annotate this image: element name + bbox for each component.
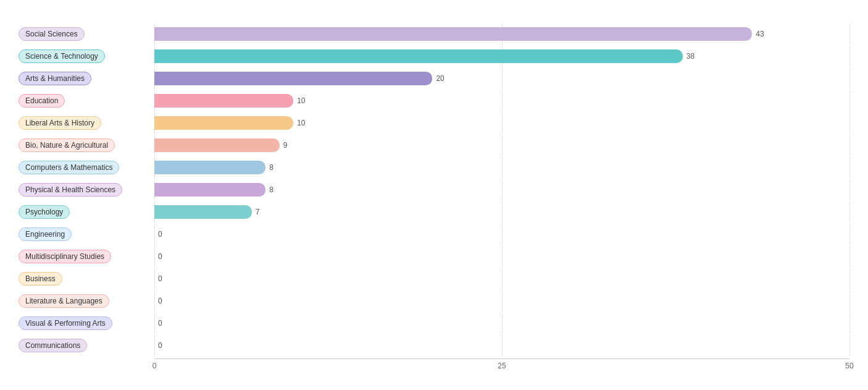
- grid-line: [849, 112, 850, 134]
- bar-area: 0: [154, 335, 849, 356]
- grid-line: [849, 68, 850, 89]
- bar-row: Visual & Performing Arts0: [19, 313, 849, 334]
- bar-area: 10: [154, 112, 849, 134]
- x-axis: 02550: [154, 358, 849, 371]
- bar-label: Liberal Arts & History: [19, 116, 154, 130]
- bar-area: 0: [154, 290, 849, 312]
- label-pill: Science & Technology: [19, 49, 105, 63]
- bar-value-label: 10: [297, 119, 305, 127]
- bar-fill: [154, 161, 265, 174]
- bar-value-label: 9: [283, 141, 288, 150]
- grid-line: [849, 90, 850, 111]
- bar-row: Psychology7: [19, 201, 849, 223]
- bar-label: Physical & Health Sciences: [19, 183, 154, 197]
- bar-area: 7: [154, 201, 849, 223]
- bar-label: Visual & Performing Arts: [19, 316, 154, 330]
- bar-wrapper: 8: [154, 161, 849, 174]
- bar-value-label: 8: [269, 185, 273, 194]
- x-tick-label: 25: [498, 362, 506, 370]
- label-pill: Social Sciences: [19, 27, 85, 41]
- bar-label: Bio, Nature & Agricultural: [19, 138, 154, 152]
- bar-row: Social Sciences43: [19, 23, 849, 45]
- bar-wrapper: 9: [154, 138, 849, 152]
- grid-line: [849, 157, 850, 178]
- bar-wrapper: 0: [154, 339, 849, 352]
- bar-value-label: 0: [158, 252, 162, 261]
- bar-wrapper: 7: [154, 205, 849, 219]
- bars-container: Social Sciences43Science & Technology38A…: [19, 23, 849, 356]
- bar-wrapper: 20: [154, 72, 849, 85]
- bar-row: Computers & Mathematics8: [19, 157, 849, 178]
- grid-line: [849, 246, 850, 267]
- bar-wrapper: 43: [154, 27, 849, 41]
- bar-area: 43: [154, 23, 849, 45]
- bar-fill: [154, 72, 432, 85]
- grid-line: [849, 179, 850, 200]
- chart-wrapper: Social Sciences43Science & Technology38A…: [19, 23, 849, 371]
- bar-area: 9: [154, 135, 849, 156]
- bar-label: Engineering: [19, 227, 154, 241]
- x-tick-label: 50: [845, 362, 853, 370]
- x-tick-label: 0: [152, 362, 157, 370]
- grid-line: [849, 23, 850, 45]
- bar-row: Physical & Health Sciences8: [19, 179, 849, 200]
- bar-label: Education: [19, 94, 154, 108]
- bar-value-label: 38: [686, 52, 695, 61]
- bar-fill: [154, 27, 752, 41]
- bar-wrapper: 0: [154, 272, 849, 286]
- bar-area: 0: [154, 246, 849, 267]
- bar-value-label: 0: [158, 297, 162, 305]
- bar-value-label: 0: [158, 341, 162, 350]
- bar-area: 10: [154, 90, 849, 111]
- bar-area: 0: [154, 224, 849, 245]
- bar-row: Engineering0: [19, 224, 849, 245]
- grid-line: [849, 46, 850, 67]
- label-pill: Psychology: [19, 205, 70, 219]
- bar-row: Literature & Languages0: [19, 290, 849, 312]
- bar-label: Business: [19, 272, 154, 286]
- bar-fill: [154, 94, 293, 108]
- bar-fill: [154, 205, 252, 219]
- grid-line: [849, 268, 850, 289]
- label-pill: Liberal Arts & History: [19, 116, 101, 130]
- bar-value-label: 7: [256, 208, 260, 216]
- grid-line: [849, 224, 850, 245]
- bar-label: Arts & Humanities: [19, 72, 154, 85]
- bar-fill: [154, 116, 293, 130]
- bar-area: 0: [154, 268, 849, 289]
- bar-wrapper: 0: [154, 250, 849, 263]
- label-pill: Engineering: [19, 227, 72, 241]
- label-pill: Physical & Health Sciences: [19, 183, 122, 197]
- bar-area: 8: [154, 157, 849, 178]
- bar-area: 38: [154, 46, 849, 67]
- bar-wrapper: 38: [154, 49, 849, 63]
- grid-line: [849, 335, 850, 356]
- grid-line: [849, 201, 850, 223]
- bar-row: Liberal Arts & History10: [19, 112, 849, 134]
- bar-area: 0: [154, 313, 849, 334]
- bar-row: Business0: [19, 268, 849, 289]
- bar-row: Communications0: [19, 335, 849, 356]
- bar-wrapper: 0: [154, 227, 849, 241]
- bar-value-label: 20: [436, 74, 444, 83]
- bar-row: Bio, Nature & Agricultural9: [19, 135, 849, 156]
- bar-fill: [154, 49, 683, 63]
- bar-label: Psychology: [19, 205, 154, 219]
- bar-label: Multidisciplinary Studies: [19, 250, 154, 263]
- bar-value-label: 0: [158, 319, 162, 328]
- bar-value-label: 10: [297, 96, 305, 105]
- label-pill: Business: [19, 272, 62, 286]
- bar-value-label: 0: [158, 230, 162, 239]
- bar-label: Literature & Languages: [19, 294, 154, 308]
- bar-row: Education10: [19, 90, 849, 111]
- bar-label: Science & Technology: [19, 49, 154, 63]
- page-container: Social Sciences43Science & Technology38A…: [19, 12, 849, 371]
- bar-area: 8: [154, 179, 849, 200]
- bar-label: Communications: [19, 339, 154, 352]
- grid-line: [849, 135, 850, 156]
- bar-value-label: 8: [269, 163, 273, 172]
- bar-label: Social Sciences: [19, 27, 154, 41]
- bar-wrapper: 0: [154, 294, 849, 308]
- label-pill: Literature & Languages: [19, 294, 109, 308]
- bar-area: 20: [154, 68, 849, 89]
